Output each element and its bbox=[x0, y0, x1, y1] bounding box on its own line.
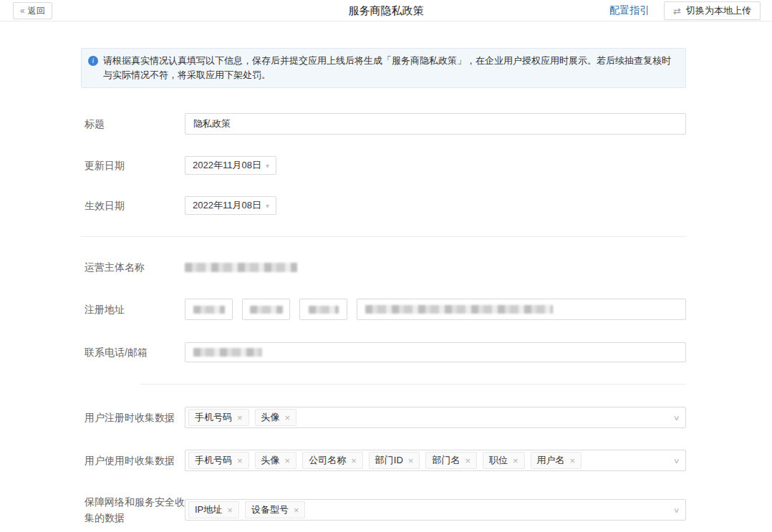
section-divider bbox=[140, 384, 686, 385]
info-banner: i 请根据真实情况认真填写以下信息，保存后并提交应用上线后将生成「服务商隐私政策… bbox=[81, 48, 686, 88]
tag-close-icon[interactable]: × bbox=[227, 505, 233, 516]
security-data-multiselect[interactable]: IP地址 × 设备型号 × ∨ bbox=[185, 499, 686, 521]
entity-name-label: 运营主体名称 bbox=[85, 259, 185, 275]
effective-date-row: 生效日期 2022年11月08日 ▾ bbox=[81, 196, 686, 215]
contact-redacted-value bbox=[193, 348, 262, 357]
title-input[interactable] bbox=[185, 113, 686, 135]
data-tag-label: 手机号码 bbox=[195, 411, 232, 424]
address-detail-redacted-value bbox=[365, 305, 553, 314]
effective-date-select[interactable]: 2022年11月08日 ▾ bbox=[185, 196, 276, 215]
security-data-row: 保障网络和服务安全收集的数据 IP地址 × 设备型号 × ∨ bbox=[81, 494, 686, 526]
contact-input[interactable] bbox=[185, 342, 686, 362]
tag-close-icon[interactable]: × bbox=[408, 455, 414, 466]
address-province-select[interactable] bbox=[185, 299, 233, 320]
data-tag-label: 公司名称 bbox=[309, 454, 346, 467]
usage-data-row: 用户使用时收集数据 手机号码 × 头像 × 公司名称 × bbox=[81, 450, 686, 471]
tag-close-icon[interactable]: × bbox=[285, 455, 291, 466]
data-tag: 职位 × bbox=[483, 452, 525, 469]
tag-close-icon[interactable]: × bbox=[351, 455, 357, 466]
address-province-redacted-value bbox=[193, 306, 225, 314]
data-tag: 公司名称 × bbox=[302, 452, 363, 469]
effective-date-label: 生效日期 bbox=[85, 198, 185, 213]
usage-data-multiselect[interactable]: 手机号码 × 头像 × 公司名称 × 部门ID bbox=[185, 450, 686, 471]
tag-close-icon[interactable]: × bbox=[570, 455, 576, 466]
usage-data-label: 用户使用时收集数据 bbox=[85, 453, 185, 468]
update-date-row: 更新日期 2022年11月08日 ▾ bbox=[81, 156, 686, 175]
data-tag-label: 设备型号 bbox=[251, 503, 289, 516]
data-tag: 部门ID × bbox=[369, 452, 420, 469]
tag-close-icon[interactable]: × bbox=[294, 505, 299, 516]
register-data-label: 用户注册时收集数据 bbox=[85, 410, 185, 425]
contact-row: 联系电话/邮箱 bbox=[81, 342, 686, 362]
switch-button-label: 切换为本地上传 bbox=[686, 4, 751, 17]
update-date-label: 更新日期 bbox=[85, 158, 185, 173]
data-tag-label: 部门ID bbox=[375, 454, 403, 467]
caret-down-icon: ▾ bbox=[266, 162, 269, 170]
data-tag-label: IP地址 bbox=[195, 503, 222, 516]
switch-to-local-upload-button[interactable]: ⇄ 切换为本地上传 bbox=[664, 1, 761, 20]
entity-name-row: 运营主体名称 bbox=[81, 259, 686, 275]
address-district-select[interactable] bbox=[299, 299, 347, 320]
tag-close-icon[interactable]: × bbox=[465, 455, 471, 466]
info-banner-text: 请根据真实情况认真填写以下信息，保存后并提交应用上线后将生成「服务商隐私政策」，… bbox=[103, 55, 671, 80]
address-district-redacted-value bbox=[309, 306, 339, 314]
tag-close-icon[interactable]: × bbox=[513, 455, 518, 466]
tag-close-icon[interactable]: × bbox=[237, 412, 243, 423]
tag-close-icon[interactable]: × bbox=[285, 412, 291, 423]
data-tag: 部门名 × bbox=[425, 452, 477, 469]
chevron-down-icon: ∨ bbox=[672, 414, 680, 422]
data-tag: 用户名 × bbox=[531, 452, 582, 469]
chevron-down-icon: ∨ bbox=[672, 457, 680, 465]
title-label: 标题 bbox=[85, 116, 185, 132]
update-date-select[interactable]: 2022年11月08日 ▾ bbox=[185, 156, 276, 175]
data-tag-label: 部门名 bbox=[432, 454, 460, 467]
register-data-row: 用户注册时收集数据 手机号码 × 头像 × ∨ bbox=[81, 407, 686, 428]
update-date-value: 2022年11月08日 bbox=[193, 159, 261, 172]
register-data-multiselect[interactable]: 手机号码 × 头像 × ∨ bbox=[185, 407, 686, 428]
data-tag-label: 头像 bbox=[261, 411, 280, 424]
effective-date-value: 2022年11月08日 bbox=[193, 199, 261, 212]
address-detail-input[interactable] bbox=[357, 299, 686, 320]
chevron-down-icon: ∨ bbox=[672, 506, 680, 514]
top-bar: « 返回 服务商隐私政策 配置指引 ⇄ 切换为本地上传 bbox=[0, 0, 772, 21]
data-tag-label: 头像 bbox=[261, 454, 280, 467]
data-tag: 手机号码 × bbox=[188, 452, 249, 469]
data-tag-label: 手机号码 bbox=[195, 454, 232, 467]
section-divider bbox=[81, 236, 686, 237]
caret-down-icon: ▾ bbox=[266, 202, 269, 210]
swap-icon: ⇄ bbox=[673, 6, 681, 16]
data-tag: IP地址 × bbox=[188, 501, 239, 518]
address-city-redacted-value bbox=[250, 306, 283, 314]
data-tag: 手机号码 × bbox=[188, 409, 249, 426]
info-icon: i bbox=[88, 56, 98, 66]
header-actions: 配置指引 ⇄ 切换为本地上传 bbox=[609, 0, 761, 21]
tag-close-icon[interactable]: × bbox=[237, 455, 243, 466]
security-data-label: 保障网络和服务安全收集的数据 bbox=[85, 494, 185, 526]
data-tag-label: 用户名 bbox=[537, 454, 565, 467]
registered-address-row: 注册地址 bbox=[81, 299, 686, 320]
data-tag-label: 职位 bbox=[489, 454, 508, 467]
registered-address-label: 注册地址 bbox=[85, 301, 185, 317]
config-guide-link[interactable]: 配置指引 bbox=[609, 4, 650, 17]
data-tag: 设备型号 × bbox=[245, 501, 306, 518]
title-row: 标题 bbox=[81, 113, 686, 135]
address-city-select[interactable] bbox=[242, 299, 290, 320]
contact-label: 联系电话/邮箱 bbox=[85, 344, 185, 360]
data-tag: 头像 × bbox=[255, 452, 297, 469]
privacy-policy-form: 标题 更新日期 2022年11月08日 ▾ 生效日期 2022年11月08日 ▾… bbox=[81, 113, 686, 526]
data-tag: 头像 × bbox=[255, 409, 297, 426]
entity-name-redacted-value bbox=[185, 263, 297, 272]
